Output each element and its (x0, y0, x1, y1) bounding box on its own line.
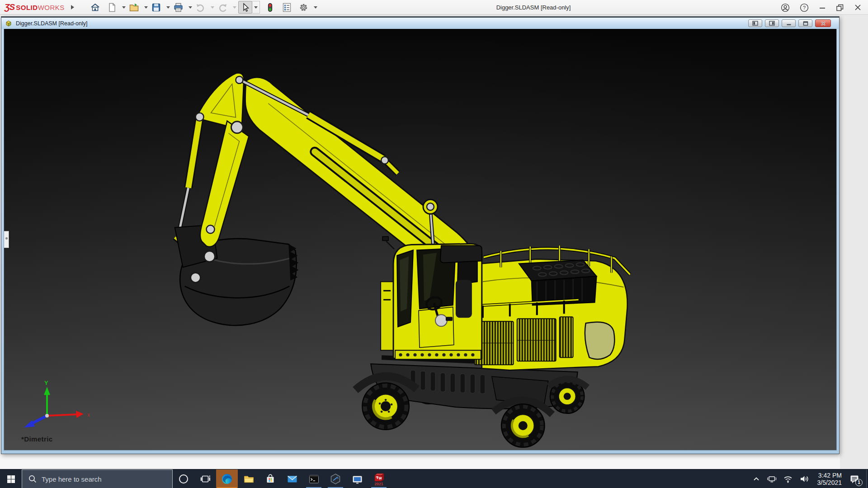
taskbar-item-solidworks[interactable]: 2021 (368, 469, 390, 488)
taskbar-item-microsoft-store[interactable] (259, 469, 281, 488)
graphics-viewport[interactable]: Y x *Dimetric (4, 29, 837, 450)
tray-volume[interactable] (796, 469, 813, 488)
redo-icon (217, 2, 228, 13)
undo-icon (195, 2, 206, 13)
home-icon (90, 2, 100, 13)
minimize-button[interactable] (819, 4, 826, 11)
rebuild-button[interactable] (264, 1, 277, 14)
edge-icon (221, 473, 233, 485)
orientation-triad: Y x (17, 374, 98, 428)
taskbar-item-mail[interactable] (281, 469, 303, 488)
gear-icon (298, 2, 309, 13)
taskbar-search[interactable] (22, 469, 173, 488)
workspace-margin (840, 15, 868, 469)
file-properties-button[interactable] (280, 1, 293, 14)
file-explorer-icon (243, 474, 255, 485)
redo-dropdown[interactable] (233, 6, 236, 9)
document-window: Digger.SLDASM [Read-only] (1, 16, 840, 454)
solidworks-year-badge: 2021 (375, 482, 383, 486)
tray-show-hidden-icons[interactable] (749, 469, 764, 488)
save-button[interactable] (150, 1, 163, 14)
windows-logo-icon (7, 475, 15, 483)
hexagon-app-icon (330, 473, 341, 485)
taskbar-item-file-explorer[interactable] (238, 469, 259, 488)
print-button[interactable] (172, 1, 185, 14)
solidworks-app-icon: 2021 (373, 472, 385, 486)
open-folder-icon (129, 2, 139, 13)
select-tool-button[interactable] (238, 1, 252, 14)
undo-dropdown[interactable] (211, 6, 214, 9)
feature-tree-collapsed-tab[interactable] (4, 231, 9, 248)
speaker-icon (799, 474, 810, 483)
toggle-left-pane-button[interactable] (748, 19, 762, 27)
save-dropdown[interactable] (166, 6, 170, 9)
new-document-button[interactable] (105, 1, 118, 14)
solidworks-logo-symbol: ƷS (5, 2, 14, 12)
start-button[interactable] (0, 469, 22, 488)
document-minimize-button[interactable] (782, 19, 796, 27)
select-tool-dropdown[interactable] (252, 1, 260, 14)
triad-y-label: Y (44, 380, 48, 386)
options-dropdown[interactable] (314, 6, 317, 9)
tray-time: 3:42 PM (817, 472, 842, 479)
cab-roof-panel (440, 245, 482, 263)
document-titlebar[interactable]: Digger.SLDASM [Read-only] (1, 17, 839, 29)
notification-count-badge: 1 (855, 479, 863, 486)
tray-clock[interactable]: 3:42 PM 3/5/2021 (813, 472, 846, 486)
chevron-up-icon (752, 475, 760, 483)
account-icon[interactable] (781, 3, 790, 12)
show-desktop-button[interactable] (866, 469, 868, 488)
solidworks-application: ƷS SOLID WORKS (0, 0, 868, 488)
help-icon[interactable]: ? (800, 3, 809, 12)
remote-desktop-icon (352, 474, 363, 485)
redo-button[interactable] (216, 1, 229, 14)
tray-vm-connection[interactable] (764, 469, 780, 488)
document-close-button[interactable] (815, 19, 831, 27)
open-dropdown[interactable] (144, 6, 148, 9)
splitter-handle-dot (5, 237, 8, 239)
menu-expand-arrow-icon[interactable] (71, 5, 74, 9)
tray-date: 3/5/2021 (817, 479, 842, 486)
print-dropdown[interactable] (189, 6, 192, 9)
print-icon (173, 2, 184, 13)
chevron-down-icon (254, 6, 258, 9)
app-titlebar: ƷS SOLID WORKS (0, 0, 868, 15)
taskbar-item-cortana[interactable] (173, 469, 194, 488)
triad-x-label: x (87, 412, 90, 418)
new-document-dropdown[interactable] (122, 6, 126, 9)
command-prompt-icon (308, 474, 320, 485)
mail-icon (287, 474, 298, 485)
solidworks-logo-light: WORKS (38, 4, 65, 11)
wifi-icon (783, 474, 793, 483)
taskbar-item-edge[interactable] (216, 469, 238, 488)
taskbar-item-command-prompt[interactable] (303, 469, 325, 488)
close-button[interactable] (854, 4, 862, 11)
document-maximize-button[interactable] (798, 19, 812, 27)
app-window-controls: ? (781, 0, 862, 15)
close-icon (821, 21, 826, 26)
left-pane-icon (752, 21, 758, 26)
undo-button[interactable] (194, 1, 207, 14)
taskbar-item-task-view[interactable] (194, 469, 216, 488)
action-center-button[interactable]: 1 (845, 469, 865, 488)
home-button[interactable] (89, 1, 102, 14)
svg-text:?: ? (803, 5, 806, 10)
toggle-right-pane-button[interactable] (765, 19, 779, 27)
maximize-icon (803, 21, 808, 26)
excavator-cab (381, 237, 482, 360)
restore-button[interactable] (836, 4, 844, 12)
search-icon (28, 474, 37, 483)
solidworks-logo-bold: SOLID (16, 4, 38, 11)
minimize-icon (786, 21, 792, 26)
open-button[interactable] (127, 1, 141, 14)
options-button[interactable] (297, 1, 310, 14)
search-input[interactable] (42, 475, 172, 483)
assembly-document-icon (5, 19, 13, 27)
taskbar-item-remote-desktop[interactable] (346, 469, 368, 488)
rear-quarter-window (585, 322, 615, 359)
new-document-icon (107, 2, 117, 13)
vm-monitor-icon (767, 474, 777, 483)
taskbar-item-hexagon-app[interactable] (325, 469, 346, 488)
tray-network[interactable] (780, 469, 796, 488)
quick-access-toolbar (87, 0, 317, 15)
